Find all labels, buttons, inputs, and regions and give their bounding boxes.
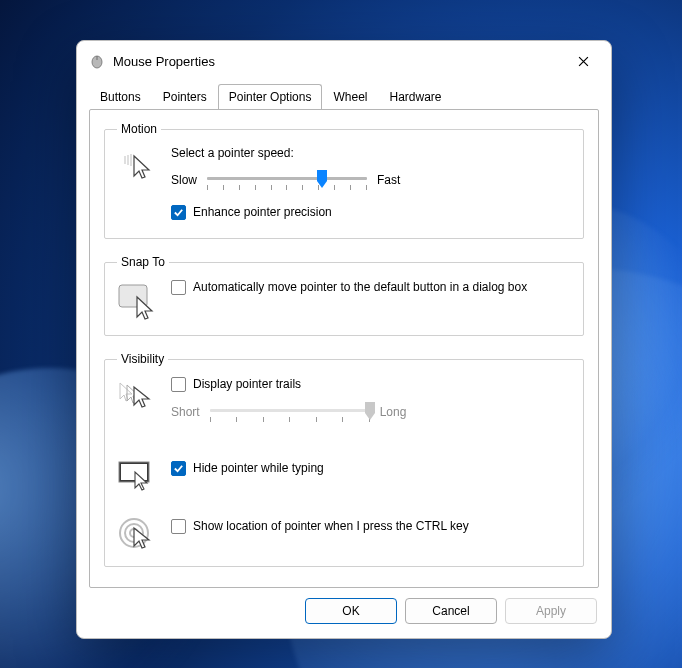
hide-typing-checkbox[interactable] bbox=[171, 461, 186, 476]
snapto-checkbox[interactable] bbox=[171, 280, 186, 295]
speed-slow-label: Slow bbox=[171, 173, 197, 187]
tabstrip: Buttons Pointers Pointer Options Wheel H… bbox=[77, 83, 611, 109]
ok-button[interactable]: OK bbox=[305, 598, 397, 624]
svg-rect-4 bbox=[121, 464, 147, 480]
ctrl-locate-icon bbox=[117, 512, 157, 552]
visibility-legend: Visibility bbox=[117, 352, 168, 366]
motion-legend: Motion bbox=[117, 122, 161, 136]
dialog-button-row: OK Cancel Apply bbox=[77, 598, 611, 638]
visibility-group: Visibility Display pointer trails bbox=[104, 352, 584, 567]
enhance-precision-checkbox[interactable] bbox=[171, 205, 186, 220]
snapto-legend: Snap To bbox=[117, 255, 169, 269]
ctrl-locate-label[interactable]: Show location of pointer when I press th… bbox=[193, 518, 469, 534]
apply-button: Apply bbox=[505, 598, 597, 624]
cancel-button[interactable]: Cancel bbox=[405, 598, 497, 624]
snapto-group: Snap To Automatically move pointer to th… bbox=[104, 255, 584, 336]
titlebar: Mouse Properties bbox=[77, 41, 611, 79]
motion-cursor-icon bbox=[117, 146, 157, 186]
window-title: Mouse Properties bbox=[113, 54, 567, 69]
trails-checkbox[interactable] bbox=[171, 377, 186, 392]
ctrl-locate-checkbox[interactable] bbox=[171, 519, 186, 534]
tab-wheel[interactable]: Wheel bbox=[322, 84, 378, 109]
svg-rect-1 bbox=[97, 56, 98, 60]
snapto-icon bbox=[117, 279, 157, 321]
trails-icon bbox=[117, 376, 157, 414]
pointer-speed-label: Select a pointer speed: bbox=[171, 146, 571, 160]
mouse-properties-dialog: Mouse Properties Buttons Pointers Pointe… bbox=[76, 40, 612, 639]
hide-typing-icon bbox=[117, 454, 157, 492]
speed-fast-label: Fast bbox=[377, 173, 400, 187]
trails-short-label: Short bbox=[171, 405, 200, 419]
trails-long-label: Long bbox=[380, 405, 407, 419]
trails-slider bbox=[210, 400, 370, 424]
tab-pointer-options[interactable]: Pointer Options bbox=[218, 84, 323, 109]
snapto-label[interactable]: Automatically move pointer to the defaul… bbox=[193, 279, 527, 295]
enhance-precision-label[interactable]: Enhance pointer precision bbox=[193, 204, 332, 220]
motion-group: Motion Select a pointer speed: Slow bbox=[104, 122, 584, 239]
tab-buttons[interactable]: Buttons bbox=[89, 84, 152, 109]
mouse-icon bbox=[89, 53, 105, 69]
pointer-speed-slider[interactable] bbox=[207, 168, 367, 192]
trails-label[interactable]: Display pointer trails bbox=[193, 376, 301, 392]
tab-content: Motion Select a pointer speed: Slow bbox=[89, 109, 599, 588]
close-button[interactable] bbox=[567, 49, 599, 73]
tab-hardware[interactable]: Hardware bbox=[378, 84, 452, 109]
tab-pointers[interactable]: Pointers bbox=[152, 84, 218, 109]
hide-typing-label[interactable]: Hide pointer while typing bbox=[193, 460, 324, 476]
